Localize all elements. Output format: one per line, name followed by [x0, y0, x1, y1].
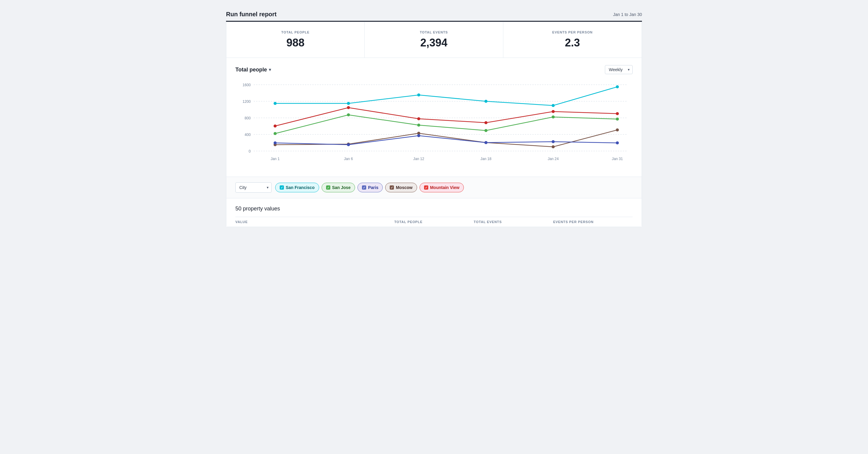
events-per-person-label: EVENTS PER PERSON: [509, 30, 636, 34]
table-header: VALUE TOTAL PEOPLE TOTAL EVENTS EVENTS P…: [236, 217, 632, 227]
col-events-per-person: EVENTS PER PERSON: [553, 220, 632, 224]
tag-paris-label: Paris: [368, 185, 378, 190]
col-value: VALUE: [236, 220, 394, 224]
x-label-jan12: Jan 12: [413, 157, 424, 161]
dot-mv-jan1: [274, 141, 277, 144]
property-count: 50 property values: [236, 206, 632, 212]
total-events-label: TOTAL EVENTS: [371, 30, 497, 34]
dot-paris-jan6: [347, 106, 350, 109]
y-label-800: 800: [244, 116, 251, 120]
dot-mv-jan12: [417, 134, 420, 137]
tag-san-jose[interactable]: ✓ San Jose: [321, 183, 355, 192]
checkbox-san-francisco: ✓: [280, 185, 284, 190]
events-per-person-value: 2.3: [509, 36, 636, 49]
tag-moscow-label: Moscow: [396, 185, 412, 190]
chart-area: .grid-line { stroke: #cbd5e0; stroke-wid…: [236, 80, 632, 171]
total-people-label: TOTAL PEOPLE: [232, 30, 358, 34]
checkbox-paris: ✓: [362, 185, 366, 190]
main-card: TOTAL PEOPLE 988 TOTAL EVENTS 2,394 EVEN…: [226, 22, 642, 227]
tag-mountain-view-label: Mountain View: [430, 185, 460, 190]
x-label-jan31: Jan 31: [612, 157, 623, 161]
y-label-1200: 1200: [243, 99, 251, 104]
stats-row: TOTAL PEOPLE 988 TOTAL EVENTS 2,394 EVEN…: [226, 22, 642, 58]
tag-san-francisco-label: San Francisco: [286, 185, 315, 190]
x-label-jan1: Jan 1: [271, 157, 280, 161]
col-total-people: TOTAL PEOPLE: [394, 220, 474, 224]
dot-paris-jan24: [552, 110, 555, 113]
city-select[interactable]: City: [236, 182, 272, 193]
date-range: Jan 1 to Jan 30: [613, 12, 642, 17]
dot-mv-jan18: [484, 141, 487, 144]
dot-sf-jan1: [274, 102, 277, 105]
dot-mv-jan31: [616, 141, 619, 144]
chart-title-button[interactable]: Total people ▾: [236, 67, 271, 73]
property-count-number: 50: [236, 206, 241, 212]
x-label-jan24: Jan 24: [548, 157, 559, 161]
dot-moscow-jan31: [616, 128, 619, 131]
x-label-jan6: Jan 6: [344, 157, 353, 161]
tag-san-francisco[interactable]: ✓ San Francisco: [275, 183, 319, 192]
dot-sj-jan1: [274, 132, 277, 135]
dot-paris-jan1: [274, 124, 277, 127]
col-total-events: TOTAL EVENTS: [474, 220, 553, 224]
dot-moscow-jan24: [552, 145, 555, 148]
checkbox-san-jose: ✓: [326, 185, 330, 190]
dot-sj-jan18: [484, 129, 487, 132]
page-title: Run funnel report: [226, 11, 277, 18]
dot-sf-jan12: [417, 93, 420, 96]
dot-paris-jan12: [417, 117, 420, 120]
dot-paris-jan31: [616, 112, 619, 115]
tag-paris[interactable]: ✓ Paris: [358, 183, 383, 192]
checkbox-moscow: ✓: [390, 185, 394, 190]
dot-mv-jan6: [347, 143, 350, 146]
y-label-0: 0: [249, 149, 251, 153]
chart-svg: .grid-line { stroke: #cbd5e0; stroke-wid…: [236, 80, 632, 171]
total-events-value: 2,394: [371, 36, 497, 49]
dot-mv-jan24: [552, 140, 555, 143]
y-label-1600: 1600: [243, 83, 251, 87]
events-per-person-cell: EVENTS PER PERSON 2.3: [503, 22, 642, 58]
dot-sj-jan12: [417, 124, 420, 127]
dot-sf-jan6: [347, 102, 350, 105]
property-section: 50 property values VALUE TOTAL PEOPLE TO…: [226, 199, 642, 227]
dot-sf-jan24: [552, 104, 555, 107]
total-people-value: 988: [232, 36, 358, 49]
city-select-wrapper: City: [236, 182, 272, 193]
chart-section: Total people ▾ Weekly Daily Monthly: [226, 58, 642, 177]
frequency-select[interactable]: Weekly Daily Monthly: [605, 65, 632, 74]
chevron-down-icon: ▾: [269, 67, 271, 72]
dot-sj-jan6: [347, 113, 350, 116]
x-label-jan18: Jan 18: [480, 157, 492, 161]
frequency-select-wrapper: Weekly Daily Monthly: [605, 65, 632, 74]
total-events-cell: TOTAL EVENTS 2,394: [365, 22, 503, 58]
dot-paris-jan18: [484, 121, 487, 124]
checkbox-mountain-view: ✓: [424, 185, 428, 190]
total-people-cell: TOTAL PEOPLE 988: [226, 22, 365, 58]
line-paris: [275, 108, 618, 126]
y-label-400: 400: [244, 133, 251, 137]
dot-sf-jan18: [484, 100, 487, 103]
tag-mountain-view[interactable]: ✓ Mountain View: [420, 183, 464, 192]
filter-tags: ✓ San Francisco ✓ San Jose ✓ Paris ✓ Mos…: [275, 183, 464, 192]
dot-sj-jan31: [616, 118, 619, 121]
dot-sf-jan31: [616, 85, 619, 88]
line-san-jose: [275, 115, 618, 133]
chart-header: Total people ▾ Weekly Daily Monthly: [236, 65, 632, 74]
chart-title-text: Total people: [236, 67, 267, 73]
property-count-suffix: property values: [241, 206, 280, 212]
tag-moscow[interactable]: ✓ Moscow: [385, 183, 417, 192]
line-san-francisco: [275, 87, 618, 105]
dot-sj-jan24: [552, 116, 555, 119]
filter-section: City ✓ San Francisco ✓ San Jose ✓ Paris: [226, 177, 642, 199]
tag-san-jose-label: San Jose: [332, 185, 350, 190]
